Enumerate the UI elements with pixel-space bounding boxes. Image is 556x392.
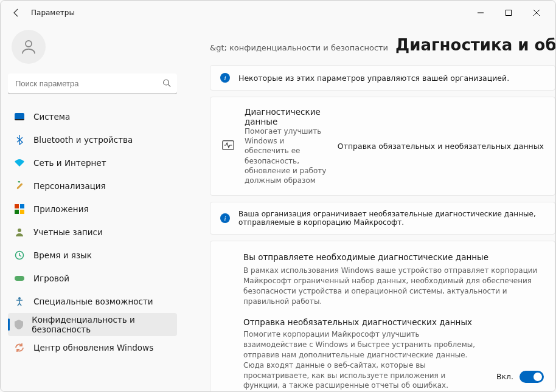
apps-icon — [14, 204, 25, 215]
gaming-icon — [14, 273, 25, 284]
minimize-button[interactable] — [467, 3, 495, 22]
sidebar-item-personalization[interactable]: Персонализация — [8, 174, 177, 198]
diagnostic-data-header[interactable]: Диагностические данные Помогает улучшить… — [221, 107, 544, 185]
sidebar-item-accounts[interactable]: Учетные записи — [8, 221, 177, 244]
info-icon: i — [220, 213, 230, 223]
svg-rect-11 — [15, 276, 24, 281]
org-restricted-banner: i Ваша организация ограничивает необязат… — [210, 202, 555, 235]
banner-text: Некоторые из этих параметров управляются… — [238, 74, 509, 83]
sidebar-item-label: Система — [33, 112, 70, 122]
optional-data-toggle[interactable] — [520, 371, 544, 383]
maximize-icon — [506, 10, 512, 16]
network-icon — [14, 157, 25, 168]
search-icon — [162, 79, 171, 89]
back-button[interactable] — [5, 2, 27, 24]
person-icon — [19, 38, 38, 56]
info-icon: i — [220, 73, 230, 83]
sidebar-item-label: Специальные возможности — [33, 297, 153, 306]
required-data-desc: В рамках использования Windows ваше устр… — [243, 266, 540, 306]
svg-rect-1 — [506, 10, 512, 16]
system-icon — [14, 111, 25, 122]
close-button[interactable] — [523, 3, 551, 22]
optional-data-title: Отправка необязательных диагностических … — [243, 317, 482, 327]
svg-point-12 — [18, 297, 21, 300]
toggle-label: Вкл. — [496, 372, 513, 381]
search-input[interactable] — [8, 74, 177, 94]
window-title: Параметры — [31, 9, 75, 17]
sidebar-item-accessibility[interactable]: Специальные возможности — [8, 290, 177, 313]
sidebar-item-windows-update[interactable]: Центр обновления Windows — [8, 336, 177, 359]
sidebar-item-label: Учетные записи — [33, 227, 103, 237]
sidebar-item-time-language[interactable]: Время и язык — [8, 244, 177, 267]
sidebar-item-privacy[interactable]: Конфиденциальность и безопасность — [8, 313, 177, 336]
personalization-icon — [14, 181, 25, 191]
diagnostic-details-card: Вы отправляете необходимые диагностическ… — [210, 241, 555, 391]
setting-desc: Помогает улучшить Windows и обеспечить е… — [245, 126, 328, 185]
sidebar-item-apps[interactable]: Приложения — [8, 198, 177, 221]
page-title: Диагностика и обратная связь — [395, 36, 555, 54]
sidebar-item-label: Bluetooth и устройства — [33, 135, 133, 145]
sidebar-item-label: Сеть и Интернет — [33, 158, 106, 168]
diagnostic-data-card: Диагностические данные Помогает улучшить… — [210, 97, 555, 196]
sidebar-item-gaming[interactable]: Игровой — [8, 267, 177, 290]
optional-data-desc1: Помогите корпорации Майкрософт улучшить … — [243, 329, 482, 391]
svg-rect-7 — [16, 183, 23, 190]
sidebar-item-label: Время и язык — [33, 250, 92, 260]
setting-value: Отправка обязательных и необязательных д… — [338, 142, 544, 151]
accessibility-icon — [14, 296, 25, 307]
accounts-icon — [14, 227, 25, 238]
sidebar-item-label: Персонализация — [33, 181, 106, 191]
sidebar-item-label: Приложения — [33, 204, 89, 214]
activity-icon — [221, 139, 235, 154]
avatar[interactable] — [12, 30, 46, 64]
bluetooth-icon — [14, 134, 25, 145]
search-box[interactable] — [8, 74, 177, 94]
setting-title: Диагностические данные — [245, 107, 328, 126]
svg-point-9 — [18, 229, 21, 232]
svg-point-5 — [164, 80, 169, 85]
main-content: &gt; конфиденциальности и безопасности Д… — [184, 25, 555, 391]
close-icon — [533, 10, 540, 16]
required-data-title: Вы отправляете необходимые диагностическ… — [243, 252, 540, 262]
sidebar-item-label: Центр обновления Windows — [33, 343, 153, 352]
minimize-icon — [478, 10, 484, 16]
sidebar-item-label: Игровой — [33, 273, 69, 283]
sidebar-item-bluetooth[interactable]: Bluetooth и устройства — [8, 128, 177, 151]
breadcrumb[interactable]: &gt; конфиденциальности и безопасности — [210, 43, 388, 52]
banner-text: Ваша организация ограничивает необязател… — [238, 210, 545, 227]
svg-line-6 — [169, 84, 171, 87]
sidebar: Система Bluetooth и устройства Сеть и Ин… — [1, 25, 184, 391]
time-icon — [14, 250, 25, 261]
sidebar-item-system[interactable]: Система — [8, 105, 177, 128]
sidebar-item-label: Конфиденциальность и безопасность — [32, 315, 171, 334]
sidebar-item-network[interactable]: Сеть и Интернет — [8, 151, 177, 174]
maximize-button[interactable] — [495, 3, 523, 22]
svg-point-4 — [26, 41, 32, 47]
shield-icon — [14, 319, 23, 330]
org-managed-banner: i Некоторые из этих параметров управляют… — [210, 65, 555, 91]
svg-rect-8 — [18, 181, 20, 183]
arrow-left-icon — [12, 8, 21, 18]
update-icon — [14, 342, 25, 353]
